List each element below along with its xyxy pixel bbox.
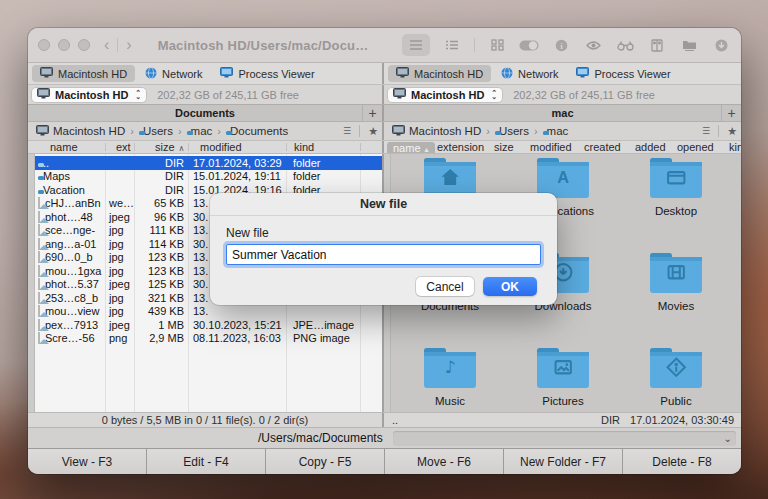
tab-network[interactable]: Network	[493, 65, 566, 83]
tab-network[interactable]: Network	[137, 65, 210, 83]
back-icon[interactable]: ‹	[104, 36, 109, 54]
tab-process-viewer[interactable]: Process Viewer	[568, 65, 678, 82]
file-name: 253…c8_b	[45, 292, 98, 304]
fn-button-f6[interactable]: Move - F6	[385, 449, 503, 474]
column-header-size[interactable]: size	[494, 141, 514, 153]
breadcrumb-item-mac[interactable]: mac	[543, 125, 569, 137]
tab-process-viewer[interactable]: Process Viewer	[212, 65, 322, 82]
fn-button-f4[interactable]: Edit - F4	[147, 449, 265, 474]
drive-name: Macintosh HD	[411, 89, 484, 101]
file-name: Vacation	[43, 184, 85, 196]
toolbar-grid-view-icon[interactable]	[487, 37, 507, 53]
fn-button-f5[interactable]: Copy - F5	[266, 449, 384, 474]
chevron-right-icon: ›	[217, 125, 221, 137]
right-tab-bar: Macintosh HDNetworkProcess Viewer	[384, 63, 741, 84]
computer-icon	[392, 125, 405, 138]
display-icon	[576, 67, 589, 80]
table-row[interactable]: mou…viewjpg439 KB13.	[35, 305, 382, 319]
toolbar-dual-pane-icon[interactable]	[647, 37, 667, 53]
breadcrumb-item-users[interactable]: Users	[495, 125, 529, 137]
tab-bars: Macintosh HDNetworkProcess Viewer Macint…	[28, 62, 741, 84]
add-tab-button[interactable]: +	[362, 105, 382, 121]
grid-item-music[interactable]: ♪ Music	[400, 346, 500, 407]
stepper-icon[interactable]: ⌃⌄	[135, 91, 141, 99]
toolbar-download-icon[interactable]	[711, 37, 731, 53]
close-button[interactable]	[38, 39, 50, 51]
filename-input[interactable]	[226, 244, 541, 265]
toolbar-binoculars-icon[interactable]	[615, 37, 635, 53]
ok-button[interactable]: OK	[483, 277, 537, 296]
column-header-extension[interactable]: extension	[437, 141, 484, 153]
file-size-cell: 2,9 MB	[134, 332, 188, 344]
computer-icon	[36, 125, 49, 138]
toolbar-list-view-icon[interactable]	[402, 34, 430, 56]
table-row[interactable]: MapsDIR15.01.2024, 19:11folder	[35, 170, 382, 184]
zoom-button[interactable]	[78, 39, 90, 51]
column-header-created[interactable]: created	[584, 141, 621, 153]
toolbar-network-folder-icon[interactable]	[679, 37, 699, 53]
breadcrumb-item-documents[interactable]: Documents	[226, 125, 288, 137]
grid-item-label: Movies	[626, 300, 726, 312]
add-tab-button[interactable]: +	[721, 105, 741, 121]
column-header-modified[interactable]: modified	[200, 141, 242, 153]
table-row[interactable]: pex…7913jpeg1 MB30.10.2023, 15:21JPE…ima…	[35, 318, 382, 332]
drive-selector[interactable]: Macintosh HD⌃⌄	[387, 87, 503, 103]
minimize-button[interactable]	[58, 39, 70, 51]
right-pane-title: mac +	[384, 105, 741, 121]
toolbar-info-icon[interactable]: i	[551, 37, 571, 53]
column-header-kind[interactable]: kind	[729, 141, 741, 153]
file-ext-cell: jpg	[105, 292, 134, 304]
grid-item-desktop[interactable]: Desktop	[626, 156, 726, 217]
file-size-cell: 65 KB	[134, 197, 188, 209]
column-header-added[interactable]: added	[635, 141, 666, 153]
drive-selector[interactable]: Macintosh HD⌃⌄	[31, 87, 147, 103]
right-status-date: 17.01.2024, 03:30:49	[630, 414, 734, 426]
command-input[interactable]: ⌄	[393, 431, 736, 446]
column-header-kind[interactable]: kind	[294, 141, 314, 153]
toolbar-toggle-icon[interactable]	[519, 37, 539, 53]
file-kind-cell: folder	[286, 170, 360, 182]
forward-icon[interactable]: ›	[126, 36, 131, 54]
column-header-ext[interactable]: ext	[116, 141, 131, 153]
toolbar-compact-list-icon[interactable]	[442, 37, 462, 53]
fn-button-f3[interactable]: View - F3	[28, 449, 146, 474]
column-header-size[interactable]: size∧	[155, 141, 184, 153]
left-pane-title-label: Documents	[175, 107, 235, 119]
function-key-bar: View - F3Edit - F4Copy - F5Move - F6New …	[28, 448, 741, 474]
chevron-down-icon[interactable]: ⌄	[724, 433, 732, 444]
file-name: mou…view	[45, 305, 99, 317]
column-header-modified[interactable]: modified	[530, 141, 572, 153]
breadcrumb-item-users[interactable]: Users	[139, 125, 173, 137]
tab-macintosh-hd[interactable]: Macintosh HD	[32, 65, 135, 82]
pane-title-bars: Documents + mac +	[28, 104, 741, 122]
fn-button-f8[interactable]: Delete - F8	[623, 449, 741, 474]
toolbar-eye-icon[interactable]	[583, 37, 603, 53]
grid-item-public[interactable]: Public	[626, 346, 726, 407]
tab-macintosh-hd[interactable]: Macintosh HD	[388, 65, 491, 82]
file-name: 690…0_b	[45, 251, 93, 263]
column-header-name[interactable]: name	[50, 141, 78, 153]
menu-icon[interactable]: ☰	[343, 126, 351, 136]
breadcrumb-label: Users	[499, 125, 529, 137]
cancel-button[interactable]: Cancel	[416, 277, 474, 296]
file-modified-cell: 30.10.2023, 15:21	[188, 319, 286, 331]
table-row[interactable]: Scre…-56png2,9 MB08.11.2023, 16:03PNG im…	[35, 332, 382, 346]
scrollbar-gutter[interactable]	[28, 154, 35, 412]
breadcrumb-item-macintosh-hd[interactable]: Macintosh HD	[36, 125, 125, 138]
file-name-cell: phot…5.37	[35, 278, 105, 290]
image-file-icon	[38, 251, 40, 263]
breadcrumb-item-mac[interactable]: mac	[187, 125, 213, 137]
column-header-name[interactable]: name▴	[387, 142, 435, 154]
grid-item-movies[interactable]: Movies	[626, 251, 726, 312]
table-row[interactable]: ..DIR17.01.2024, 03:29folder	[35, 156, 382, 170]
grid-item-pictures[interactable]: Pictures	[513, 346, 613, 407]
fn-button-f7[interactable]: New Folder - F7	[504, 449, 622, 474]
file-ext-cell: we…	[105, 197, 134, 209]
favorites-star-icon[interactable]: ★	[368, 125, 378, 138]
menu-icon[interactable]: ☰	[702, 126, 710, 136]
column-header-opened[interactable]: opened	[677, 141, 714, 153]
stepper-icon[interactable]: ⌃⌄	[491, 91, 497, 99]
breadcrumb-item-macintosh-hd[interactable]: Macintosh HD	[392, 125, 481, 138]
favorites-star-icon[interactable]: ★	[727, 125, 737, 138]
tab-label: Macintosh HD	[414, 68, 483, 80]
